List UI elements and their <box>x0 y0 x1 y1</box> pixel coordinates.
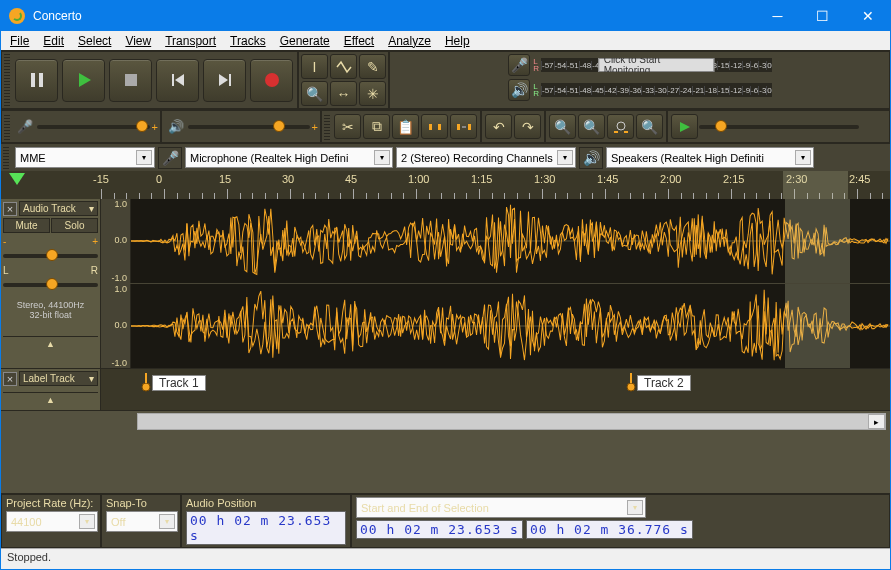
pan-slider[interactable] <box>3 276 98 294</box>
titlebar[interactable]: Concerto ─ ☐ ✕ <box>1 1 890 31</box>
label-marker[interactable]: Track 2 <box>626 373 691 393</box>
snap-label: Snap-To <box>106 497 176 509</box>
grip-icon[interactable] <box>3 146 9 169</box>
chevron-down-icon: ▾ <box>795 150 811 165</box>
tracks-area: × Audio Track▾ Mute Solo -+ LR Stereo, 4… <box>1 199 890 493</box>
play-device-combo[interactable]: Speakers (Realtek High Definiti▾ <box>606 147 814 168</box>
menu-generate[interactable]: Generate <box>273 33 337 49</box>
audio-track-row: × Audio Track▾ Mute Solo -+ LR Stereo, 4… <box>1 199 890 369</box>
record-channels-combo[interactable]: 2 (Stereo) Recording Channels▾ <box>396 147 576 168</box>
redo-button[interactable]: ↷ <box>514 114 541 139</box>
paste-button[interactable]: 📋 <box>392 114 419 139</box>
horizontal-scrollbar[interactable]: ◂ ▸ <box>137 413 886 430</box>
status-text: Stopped. <box>7 551 51 563</box>
track-close-button[interactable]: × <box>3 202 17 216</box>
scroll-right-button[interactable]: ▸ <box>868 414 885 429</box>
project-rate-combo[interactable]: 44100▾ <box>6 511 98 532</box>
selection-tool[interactable]: I <box>301 54 328 79</box>
toolbars: I ✎ 🔍 ↔ ✳ 🎤 LR Click to Start Monitoring… <box>1 50 890 109</box>
play-speed-slider[interactable] <box>699 118 859 136</box>
menu-help[interactable]: Help <box>438 33 477 49</box>
monitor-prompt[interactable]: Click to Start Monitoring <box>599 58 714 72</box>
cut-button[interactable]: ✂ <box>334 114 361 139</box>
menu-edit[interactable]: Edit <box>36 33 71 49</box>
skip-start-button[interactable] <box>156 59 199 102</box>
track-menu-button[interactable]: Audio Track▾ <box>19 201 98 216</box>
envelope-tool[interactable] <box>330 54 357 79</box>
mute-button[interactable]: Mute <box>3 218 50 233</box>
grip-icon[interactable] <box>324 113 330 140</box>
undo-button[interactable]: ↶ <box>485 114 512 139</box>
svg-rect-13 <box>468 124 471 130</box>
menu-file[interactable]: File <box>3 33 36 49</box>
track-close-button[interactable]: × <box>3 372 17 386</box>
menu-analyze[interactable]: Analyze <box>381 33 438 49</box>
svg-rect-3 <box>125 74 137 86</box>
scrollbar-thumb[interactable] <box>138 414 885 429</box>
track-menu-button[interactable]: Label Track▾ <box>19 371 98 386</box>
maximize-button[interactable]: ☐ <box>800 1 845 31</box>
minimize-button[interactable]: ─ <box>755 1 800 31</box>
silence-button[interactable] <box>450 114 477 139</box>
audio-host-combo[interactable]: MME▾ <box>15 147 155 168</box>
track-collapse-button[interactable]: ▲ <box>3 392 98 406</box>
selection-start-value[interactable]: 00 h 02 m 23.653 s <box>356 520 523 539</box>
play-meter[interactable]: -57-54-51-48-45-42-39-36-33-30-27-24-21-… <box>541 83 772 97</box>
snap-combo[interactable]: Off▾ <box>106 511 178 532</box>
menu-effect[interactable]: Effect <box>337 33 381 49</box>
timeshift-tool[interactable]: ↔ <box>330 81 357 106</box>
zoom-sel-button[interactable] <box>607 114 634 139</box>
toolbars-2: 🎤 + 🔊 + ✂ ⧉ 📋 ↶ ↷ 🔍 🔍 🔍 <box>1 109 890 143</box>
zoom-in-button[interactable]: 🔍 <box>549 114 576 139</box>
menu-view[interactable]: View <box>118 33 158 49</box>
draw-tool[interactable]: ✎ <box>359 54 386 79</box>
menu-label: Help <box>445 34 470 48</box>
plus-icon: + <box>152 121 158 133</box>
svg-marker-15 <box>680 122 690 132</box>
copy-button[interactable]: ⧉ <box>363 114 390 139</box>
solo-button[interactable]: Solo <box>51 218 98 233</box>
zoom-out-button[interactable]: 🔍 <box>578 114 605 139</box>
zoom-fit-button[interactable]: 🔍 <box>636 114 663 139</box>
waveform-area[interactable]: 1.00.0-1.0 1.00.0-1.0 <box>101 199 890 368</box>
label-text[interactable]: Track 1 <box>152 375 206 391</box>
label-marker[interactable]: Track 1 <box>141 373 206 393</box>
play-button[interactable] <box>62 59 105 102</box>
combo-value: MME <box>20 152 46 164</box>
record-button[interactable] <box>250 59 293 102</box>
record-device-combo[interactable]: Microphone (Realtek High Defini▾ <box>185 147 393 168</box>
skip-end-button[interactable] <box>203 59 246 102</box>
play-at-speed-button[interactable] <box>671 114 698 139</box>
tools-toolbar: I ✎ 🔍 ↔ ✳ <box>298 51 389 109</box>
menu-tracks[interactable]: Tracks <box>223 33 273 49</box>
record-meter[interactable]: Click to Start Monitoring -57-54-51-48-4… <box>541 58 772 72</box>
amplitude-ruler: 1.00.0-1.0 <box>101 284 131 368</box>
track-collapse-button[interactable]: ▲ <box>3 336 98 350</box>
trim-button[interactable] <box>421 114 448 139</box>
multi-tool[interactable]: ✳ <box>359 81 386 106</box>
pause-button[interactable] <box>15 59 58 102</box>
playhead-marker-icon[interactable] <box>9 173 25 185</box>
play-meter-icon[interactable]: 🔊 <box>508 79 530 101</box>
selection-mode-combo[interactable]: Start and End of Selection▾ <box>356 497 646 518</box>
grip-icon[interactable] <box>4 113 10 140</box>
selection-highlight <box>783 171 848 199</box>
grip-icon[interactable] <box>4 54 10 106</box>
gain-slider[interactable] <box>3 247 98 265</box>
selection-end-value[interactable]: 00 h 02 m 36.776 s <box>526 520 693 539</box>
close-button[interactable]: ✕ <box>845 1 890 31</box>
record-volume-slider[interactable] <box>37 118 150 136</box>
r-label: R <box>91 265 98 276</box>
audio-position-value[interactable]: 00 h 02 m 23.653 s <box>186 511 346 545</box>
record-meter-icon[interactable]: 🎤 <box>508 54 530 76</box>
label-area[interactable]: Track 1 Track 2 <box>101 369 890 410</box>
timeline-ruler[interactable]: -1501530451:001:151:301:452:002:152:302:… <box>1 171 890 199</box>
audio-position-label: Audio Position <box>186 497 346 509</box>
play-volume-slider[interactable] <box>188 118 310 136</box>
label-text[interactable]: Track 2 <box>637 375 691 391</box>
svg-rect-10 <box>438 124 441 130</box>
menu-transport[interactable]: Transport <box>158 33 223 49</box>
zoom-tool[interactable]: 🔍 <box>301 81 328 106</box>
stop-button[interactable] <box>109 59 152 102</box>
menu-select[interactable]: Select <box>71 33 118 49</box>
